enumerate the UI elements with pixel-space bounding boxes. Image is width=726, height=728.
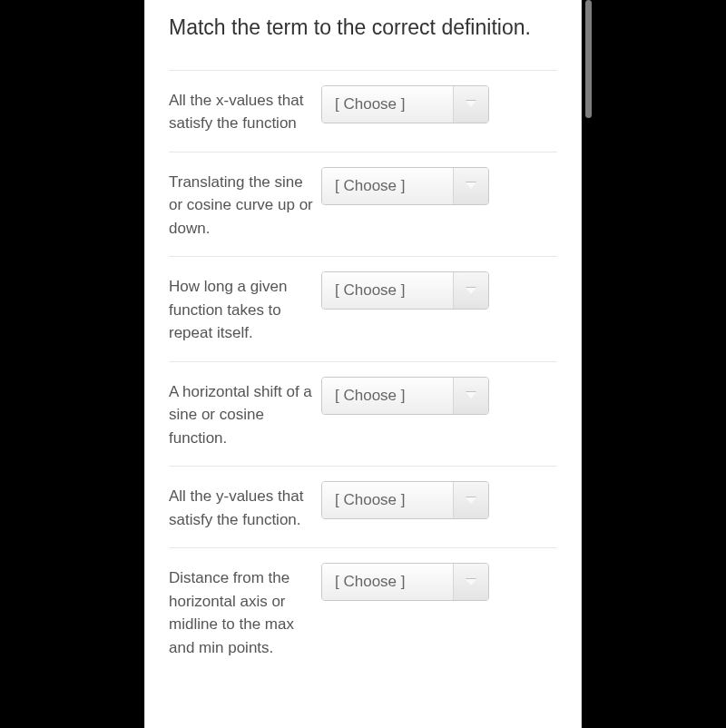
choose-dropdown[interactable]: [ Choose ]	[321, 563, 489, 601]
chevron-down-icon	[454, 168, 488, 204]
quiz-card: Match the term to the correct definition…	[144, 0, 582, 728]
dropdown-label: [ Choose ]	[322, 86, 454, 123]
chevron-down-icon	[454, 564, 488, 600]
choose-dropdown[interactable]: [ Choose ]	[321, 271, 489, 310]
match-row: All the x-values that satisfy the functi…	[169, 70, 557, 152]
dropdown-label: [ Choose ]	[322, 482, 454, 518]
match-row: Distance from the horizontal axis or mid…	[169, 547, 557, 675]
question-prompt: Match the term to the correct definition…	[169, 0, 557, 70]
dropdown-label: [ Choose ]	[322, 564, 454, 600]
definition-text: A horizontal shift of a sine or cosine f…	[169, 377, 321, 450]
choose-dropdown[interactable]: [ Choose ]	[321, 377, 489, 415]
scrollbar-thumb[interactable]	[585, 0, 592, 118]
definition-text: All the y-values that satisfy the functi…	[169, 481, 321, 531]
choose-dropdown[interactable]: [ Choose ]	[321, 481, 489, 519]
quiz-content: Match the term to the correct definition…	[145, 0, 581, 675]
chevron-down-icon	[454, 378, 488, 414]
chevron-down-icon	[454, 272, 488, 309]
dropdown-label: [ Choose ]	[322, 378, 454, 414]
choose-dropdown[interactable]: [ Choose ]	[321, 85, 489, 123]
dropdown-label: [ Choose ]	[322, 168, 454, 204]
match-row: A horizontal shift of a sine or cosine f…	[169, 361, 557, 467]
definition-text: Distance from the horizontal axis or mid…	[169, 563, 321, 659]
definition-text: All the x-values that satisfy the functi…	[169, 85, 321, 135]
choose-dropdown[interactable]: [ Choose ]	[321, 167, 489, 205]
definition-text: Translating the sine or cosine curve up …	[169, 167, 321, 241]
chevron-down-icon	[454, 86, 488, 123]
match-row: Translating the sine or cosine curve up …	[169, 152, 557, 257]
match-row: All the y-values that satisfy the functi…	[169, 466, 557, 547]
definition-text: How long a given function takes to repea…	[169, 271, 321, 345]
dropdown-label: [ Choose ]	[322, 272, 454, 309]
chevron-down-icon	[454, 482, 488, 518]
match-row: How long a given function takes to repea…	[169, 256, 557, 361]
